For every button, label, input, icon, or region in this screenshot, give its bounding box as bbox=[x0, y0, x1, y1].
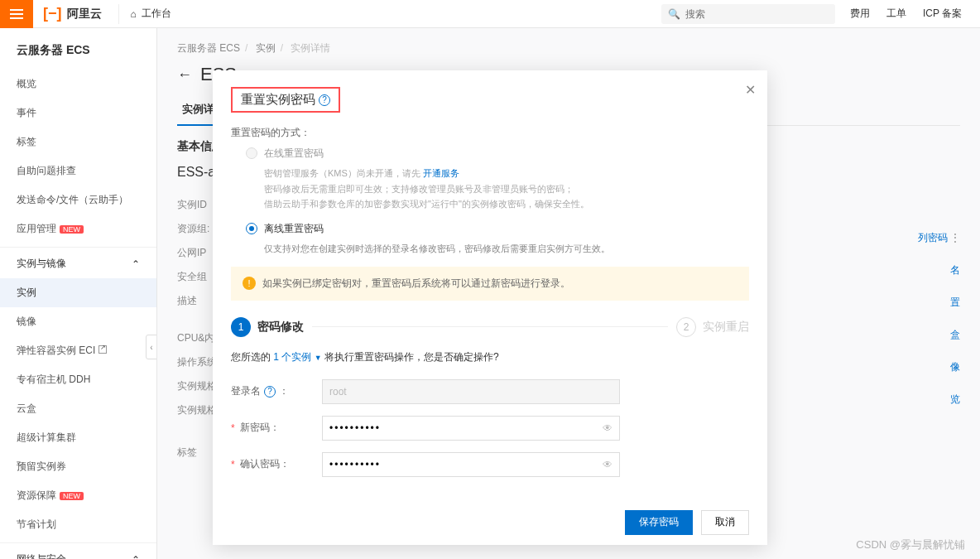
instance-count-link[interactable]: 1 个实例 ▼ bbox=[273, 351, 321, 363]
login-label: 登录名 bbox=[231, 384, 261, 398]
row-newpwd: *新密码： 👁 bbox=[231, 416, 749, 441]
eye-icon[interactable]: 👁 bbox=[603, 459, 612, 470]
warning-icon: ! bbox=[243, 277, 256, 290]
newpwd-input-wrap[interactable]: 👁 bbox=[322, 416, 620, 441]
step-sep bbox=[312, 326, 668, 327]
cancel-button[interactable]: 取消 bbox=[701, 510, 749, 535]
method-label: 重置密码的方式： bbox=[231, 126, 749, 140]
step-1-num: 1 bbox=[231, 317, 251, 337]
help-icon[interactable]: ? bbox=[264, 386, 276, 398]
step-1-title: 密码修改 bbox=[257, 320, 304, 335]
radio-offline-input[interactable] bbox=[246, 223, 257, 234]
modal-overlay: ✕ 重置实例密码 ? 重置密码的方式： 在线重置密码 密钥管理服务（KMS）尚未… bbox=[0, 0, 980, 559]
watermark: CSDN @雾与晨解忧铺 bbox=[856, 537, 965, 552]
alert-text: 如果实例已绑定密钥对，重置密码后系统将可以通过新密码进行登录。 bbox=[262, 277, 570, 291]
radio-offline-label: 离线重置密码 bbox=[264, 222, 324, 236]
close-icon[interactable]: ✕ bbox=[745, 82, 756, 98]
modal-title-wrap: 重置实例密码 ? bbox=[231, 87, 340, 113]
confirmpwd-input-wrap[interactable]: 👁 bbox=[322, 452, 620, 477]
eye-icon[interactable]: 👁 bbox=[603, 422, 612, 434]
radio-offline-desc: 仅支持对您在创建实例时选择的登录名修改密码，密码修改后需要重启实例方可生效。 bbox=[264, 241, 749, 257]
confirmpwd-input[interactable] bbox=[329, 459, 603, 470]
steps: 1 密码修改 2 实例重启 bbox=[231, 317, 749, 337]
radio-online-input bbox=[246, 147, 257, 159]
step-1: 1 密码修改 bbox=[231, 317, 304, 337]
row-confirmpwd: *确认密码： 👁 bbox=[231, 452, 749, 477]
login-input: root bbox=[322, 379, 620, 404]
modal-title-text: 重置实例密码 bbox=[241, 92, 315, 108]
radio-online: 在线重置密码 bbox=[246, 147, 749, 161]
step-2-title: 实例重启 bbox=[703, 320, 749, 335]
reset-password-modal: ✕ 重置实例密码 ? 重置密码的方式： 在线重置密码 密钥管理服务（KMS）尚未… bbox=[213, 70, 767, 545]
save-button[interactable]: 保存密码 bbox=[625, 510, 693, 535]
open-service-link[interactable]: 开通服务 bbox=[423, 168, 459, 178]
modal-title: 重置实例密码 ? bbox=[231, 87, 340, 113]
radio-offline[interactable]: 离线重置密码 bbox=[246, 222, 749, 236]
newpwd-label: 新密码： bbox=[240, 421, 280, 435]
alert-box: ! 如果实例已绑定密钥对，重置密码后系统将可以通过新密码进行登录。 bbox=[231, 267, 749, 301]
step-2: 2 实例重启 bbox=[676, 317, 749, 337]
step-2-num: 2 bbox=[676, 317, 696, 337]
row-login: 登录名 ?： root bbox=[231, 379, 749, 404]
confirmpwd-label: 确认密码： bbox=[240, 457, 290, 471]
confirm-text: 您所选的 1 个实例 ▼ 将执行重置密码操作，您是否确定操作? bbox=[231, 350, 749, 364]
login-value: root bbox=[329, 386, 347, 398]
caret-down-icon: ▼ bbox=[315, 354, 322, 362]
modal-footer: 保存密码 取消 bbox=[213, 500, 767, 545]
newpwd-input[interactable] bbox=[329, 422, 603, 434]
help-icon[interactable]: ? bbox=[319, 94, 330, 106]
modal-body: 重置密码的方式： 在线重置密码 密钥管理服务（KMS）尚未开通，请先 开通服务 … bbox=[213, 126, 767, 500]
radio-online-label: 在线重置密码 bbox=[264, 147, 324, 161]
radio-online-desc: 密钥管理服务（KMS）尚未开通，请先 开通服务 密码修改后无需重启即可生效；支持… bbox=[264, 166, 749, 212]
